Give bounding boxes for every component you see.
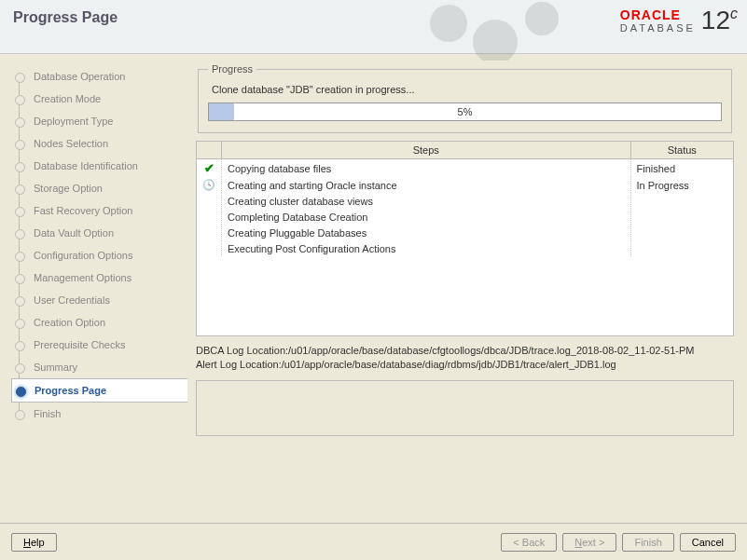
dbca-log-location: DBCA Log Location:/u01/app/oracle/base/d…	[196, 344, 734, 358]
progress-message: Clone database "JDB" creation in progres…	[208, 82, 722, 102]
back-button[interactable]: < Back	[501, 533, 557, 552]
step-name: Completing Database Creation	[222, 209, 631, 225]
progress-fill	[209, 103, 234, 120]
wizard-step-1: Creation Mode	[11, 88, 187, 110]
wizard-step-6: Fast Recovery Option	[11, 199, 187, 222]
progress-bar: 5%	[208, 102, 722, 121]
brand-product: DATABASE	[620, 22, 696, 34]
brand-version: 12c	[701, 6, 738, 35]
empty-icon	[197, 209, 222, 225]
svg-point-1	[473, 20, 518, 61]
step-status	[630, 240, 733, 256]
wizard-steps: Database OperationCreation ModeDeploymen…	[11, 65, 187, 425]
brand-name: ORACLE	[620, 7, 696, 22]
empty-icon	[197, 240, 222, 256]
wizard-step-8: Configuration Options	[11, 244, 187, 266]
footer: Help < Back Next > Finish Cancel	[0, 523, 747, 560]
wizard-step-11: Creation Option	[11, 311, 187, 334]
wizard-step-7: Data Vault Option	[11, 222, 187, 244]
steps-table: Steps Status ✔Copying database filesFini…	[197, 142, 733, 256]
step-status	[630, 209, 733, 225]
step-name: Executing Post Configuration Actions	[222, 240, 631, 256]
table-row: ✔Copying database filesFinished	[197, 159, 733, 178]
table-row: Completing Database Creation	[197, 209, 733, 225]
wizard-step-2: Deployment Type	[11, 110, 187, 132]
wizard-step-13: Summary	[11, 356, 187, 378]
svg-point-2	[525, 2, 559, 35]
wizard-step-15: Finish	[11, 403, 187, 425]
main: Database OperationCreation ModeDeploymen…	[0, 54, 747, 520]
wizard-step-5: Storage Option	[11, 177, 187, 199]
log-locations: DBCA Log Location:/u01/app/oracle/base/d…	[196, 344, 734, 373]
progress-legend: Progress	[208, 63, 256, 75]
empty-icon	[197, 225, 222, 240]
logo: ORACLE DATABASE 12c	[620, 6, 738, 35]
steps-box: Steps Status ✔Copying database filesFini…	[196, 141, 734, 336]
cancel-button[interactable]: Cancel	[680, 533, 736, 552]
decorative-gears	[411, 0, 598, 61]
wizard-step-14: Progress Page	[11, 378, 187, 403]
col-status: Status	[630, 142, 733, 159]
check-icon: ✔	[197, 159, 222, 178]
table-row: Executing Post Configuration Actions	[197, 240, 733, 256]
empty-icon	[197, 193, 222, 209]
help-button[interactable]: Help	[11, 533, 57, 552]
content: Progress Clone database "JDB" creation i…	[187, 54, 747, 520]
sidebar: Database OperationCreation ModeDeploymen…	[0, 54, 187, 520]
wizard-step-3: Nodes Selection	[11, 132, 187, 155]
wizard-step-4: Database Identification	[11, 155, 187, 177]
step-name: Copying database files	[222, 159, 631, 178]
clock-icon: 🕓	[197, 177, 222, 193]
svg-point-0	[430, 5, 467, 42]
wizard-step-0: Database Operation	[11, 65, 187, 88]
step-status: Finished	[630, 159, 733, 178]
progress-percent: 5%	[458, 106, 473, 117]
col-steps: Steps	[222, 142, 631, 159]
step-name: Creating Pluggable Databases	[222, 225, 631, 240]
step-status	[630, 225, 733, 240]
table-row: Creating Pluggable Databases	[197, 225, 733, 240]
step-status: In Progress	[630, 177, 733, 193]
step-name: Creating cluster database views	[222, 193, 631, 209]
wizard-step-12: Prerequisite Checks	[11, 334, 187, 356]
output-box	[196, 380, 734, 436]
table-row: Creating cluster database views	[197, 193, 733, 209]
col-icon	[197, 142, 222, 159]
step-status	[630, 193, 733, 209]
alert-log-location: Alert Log Location:/u01/app/oracle/base/…	[196, 358, 734, 372]
progress-panel: Progress Clone database "JDB" creation i…	[198, 63, 732, 133]
wizard-step-9: Management Options	[11, 266, 187, 289]
next-button[interactable]: Next >	[562, 533, 616, 552]
table-row: 🕓Creating and starting Oracle instanceIn…	[197, 177, 733, 193]
header: Progress Page ORACLE DATABASE 12c	[0, 0, 747, 54]
wizard-step-10: User Credentials	[11, 289, 187, 311]
page-title: Progress Page	[0, 0, 118, 26]
step-name: Creating and starting Oracle instance	[222, 177, 631, 193]
finish-button[interactable]: Finish	[622, 533, 673, 552]
